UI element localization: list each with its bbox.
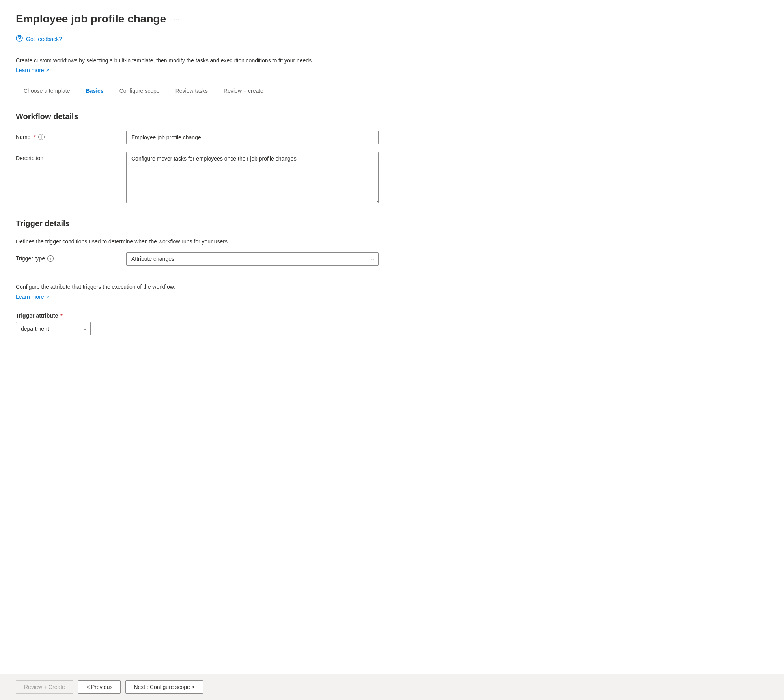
next-button[interactable]: Next : Configure scope > (125, 680, 203, 694)
trigger-details-title: Trigger details (16, 219, 457, 228)
trigger-attribute-label: Trigger attribute * (16, 313, 457, 319)
name-label: Name * i (16, 131, 126, 140)
name-field-row: Name * i (16, 131, 457, 144)
trigger-type-label: Trigger type i (16, 252, 126, 262)
trigger-type-select[interactable]: Attribute changes On-demand Scheduled (126, 252, 379, 266)
page-title: Employee job profile change (16, 13, 166, 25)
more-options-button[interactable]: ··· (171, 13, 183, 25)
tab-basics[interactable]: Basics (78, 83, 112, 99)
feedback-icon (16, 35, 23, 43)
name-required-star: * (34, 134, 35, 140)
trigger-description-text: Defines the trigger conditions used to d… (16, 238, 457, 246)
trigger-attribute-section: Trigger attribute * department jobTitle … (16, 313, 457, 335)
external-link-icon: ↗ (46, 68, 49, 73)
description-textarea[interactable]: Configure mover tasks for employees once… (126, 152, 379, 203)
name-input[interactable] (126, 131, 379, 144)
svg-point-1 (19, 40, 20, 41)
workflow-details-section: Workflow details Name * i Description Co… (16, 112, 457, 203)
feedback-row: Got feedback? (16, 35, 457, 50)
name-info-icon[interactable]: i (38, 134, 45, 140)
trigger-external-link-icon: ↗ (46, 294, 49, 299)
trigger-learn-more-link[interactable]: Learn more ↗ (16, 294, 49, 300)
trigger-attribute-select[interactable]: department jobTitle officeLocation emplo… (16, 322, 91, 335)
trigger-attribute-select-wrapper: department jobTitle officeLocation emplo… (16, 322, 91, 335)
trigger-type-select-wrapper: Attribute changes On-demand Scheduled ⌄ (126, 252, 379, 266)
intro-learn-more-link[interactable]: Learn more ↗ (16, 67, 49, 73)
trigger-attribute-required-star: * (60, 313, 62, 319)
description-field-row: Description Configure mover tasks for em… (16, 152, 457, 203)
workflow-details-title: Workflow details (16, 112, 457, 121)
wizard-tabs: Choose a template Basics Configure scope… (16, 83, 457, 99)
feedback-link[interactable]: Got feedback? (26, 36, 62, 42)
tab-choose-template[interactable]: Choose a template (16, 83, 78, 99)
trigger-type-row: Trigger type i Attribute changes On-dema… (16, 252, 457, 266)
review-create-button: Review + Create (16, 680, 73, 694)
intro-description: Create custom workflows by selecting a b… (16, 56, 457, 65)
description-label: Description (16, 152, 126, 161)
previous-button[interactable]: < Previous (78, 680, 121, 694)
trigger-details-section: Trigger details Defines the trigger cond… (16, 219, 457, 335)
trigger-learn-more-label: Learn more (16, 294, 44, 300)
tab-review-tasks[interactable]: Review tasks (168, 83, 216, 99)
intro-learn-more-label: Learn more (16, 67, 44, 73)
tab-review-create[interactable]: Review + create (216, 83, 271, 99)
tab-configure-scope[interactable]: Configure scope (112, 83, 168, 99)
trigger-type-info-icon[interactable]: i (47, 255, 54, 262)
bottom-bar: Review + Create < Previous Next : Config… (0, 674, 784, 700)
trigger-configure-text: Configure the attribute that triggers th… (16, 283, 457, 291)
